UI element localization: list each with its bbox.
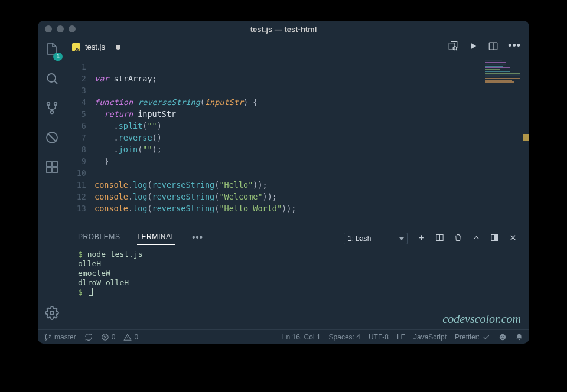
line-number: 12 bbox=[66, 191, 86, 202]
code-line[interactable]: } bbox=[94, 155, 529, 167]
line-number: 11 bbox=[66, 179, 86, 191]
terminal-line: emocleW bbox=[78, 269, 517, 278]
code-line[interactable]: .reverse() bbox=[94, 132, 529, 143]
line-number: 6 bbox=[66, 120, 86, 132]
language-mode[interactable]: JavaScript bbox=[413, 333, 447, 341]
tab-bar: test.js ••• bbox=[66, 37, 529, 57]
window-title: test.js — test-html bbox=[38, 25, 529, 34]
explorer-icon[interactable]: 1 bbox=[45, 42, 59, 58]
code-line[interactable] bbox=[94, 167, 529, 179]
terminal-line: $ bbox=[78, 288, 517, 297]
line-number: 1 bbox=[66, 61, 86, 73]
debug-icon[interactable] bbox=[45, 130, 59, 147]
code-line[interactable]: .join(""); bbox=[94, 143, 529, 155]
code-line[interactable]: .split("") bbox=[94, 120, 529, 132]
code-line[interactable]: console.log(reverseString("Welcome")); bbox=[94, 191, 529, 202]
terminal-line: dlroW olleH bbox=[78, 278, 517, 288]
settings-gear-icon[interactable] bbox=[45, 306, 59, 322]
sync-icon[interactable] bbox=[84, 333, 93, 341]
status-bar: master 0 0 Ln 16, Col 1 Spaces: 4 UTF-8 … bbox=[38, 329, 529, 344]
git-branch[interactable]: master bbox=[44, 333, 76, 341]
watermark: codevscolor.com bbox=[442, 312, 521, 326]
line-number: 9 bbox=[66, 155, 86, 167]
indent[interactable]: Spaces: 4 bbox=[329, 333, 360, 341]
panel-tabs: PROBLEMS TERMINAL ••• 1: bash bbox=[66, 228, 529, 249]
code-line[interactable]: console.log(reverseString("Hello World")… bbox=[94, 202, 529, 214]
svg-point-9 bbox=[50, 311, 54, 315]
bell-icon[interactable] bbox=[515, 333, 523, 341]
editor-actions: ••• bbox=[448, 37, 529, 57]
line-number: 10 bbox=[66, 167, 86, 179]
run-icon[interactable] bbox=[468, 41, 478, 54]
terminal-select[interactable]: 1: bash bbox=[344, 233, 408, 244]
kill-terminal-icon[interactable] bbox=[454, 233, 462, 244]
source-control-icon[interactable] bbox=[45, 101, 59, 117]
code-line[interactable]: console.log(reverseString("Hello")); bbox=[94, 179, 529, 191]
code-line[interactable] bbox=[94, 61, 529, 73]
line-number: 5 bbox=[66, 108, 86, 120]
code-line[interactable]: function reverseString(inputStr) { bbox=[94, 96, 529, 108]
terminal-line: olleH bbox=[78, 259, 517, 269]
svg-rect-15 bbox=[495, 235, 498, 241]
errors-count[interactable]: 0 bbox=[101, 333, 116, 341]
svg-point-18 bbox=[49, 334, 50, 335]
split-terminal-icon[interactable] bbox=[435, 233, 444, 244]
feedback-icon[interactable] bbox=[498, 333, 507, 341]
extensions-icon[interactable] bbox=[45, 160, 59, 177]
svg-point-17 bbox=[45, 338, 46, 339]
js-file-icon bbox=[72, 43, 80, 51]
svg-point-20 bbox=[500, 334, 506, 340]
scroll-marker[interactable] bbox=[523, 134, 529, 141]
code-line[interactable]: return inputStr bbox=[94, 108, 529, 120]
tab-test-js[interactable]: test.js bbox=[66, 37, 129, 57]
code-editor[interactable]: 12345678910111213 var strArray;function … bbox=[66, 57, 529, 228]
line-number: 13 bbox=[66, 202, 86, 214]
search-icon[interactable] bbox=[45, 71, 59, 88]
svg-point-2 bbox=[54, 103, 57, 106]
svg-rect-7 bbox=[53, 168, 57, 172]
split-editor-icon[interactable] bbox=[488, 41, 498, 54]
code-area[interactable]: var strArray;function reverseString(inpu… bbox=[94, 57, 529, 228]
svg-point-21 bbox=[501, 336, 502, 337]
terminal-selector[interactable]: 1: bash bbox=[344, 233, 408, 244]
prettier-status[interactable]: Prettier: bbox=[455, 333, 490, 341]
window-body: 1 test.js bbox=[38, 37, 529, 329]
line-gutter: 12345678910111213 bbox=[66, 57, 94, 228]
explorer-badge: 1 bbox=[53, 53, 63, 61]
line-number: 2 bbox=[66, 73, 86, 84]
warnings-count[interactable]: 0 bbox=[123, 333, 138, 341]
line-number: 4 bbox=[66, 96, 86, 108]
bottom-panel: PROBLEMS TERMINAL ••• 1: bash bbox=[66, 228, 529, 329]
svg-rect-8 bbox=[53, 162, 57, 166]
more-actions-icon[interactable]: ••• bbox=[508, 40, 521, 52]
tab-problems[interactable]: PROBLEMS bbox=[78, 233, 120, 244]
line-number: 7 bbox=[66, 132, 86, 143]
editor-group: test.js ••• 12345678910111213 var strArr… bbox=[66, 37, 529, 329]
svg-rect-6 bbox=[47, 168, 51, 172]
line-number: 8 bbox=[66, 143, 86, 155]
close-panel-icon[interactable] bbox=[509, 233, 517, 244]
svg-point-3 bbox=[51, 111, 54, 114]
activity-bar: 1 bbox=[38, 37, 66, 329]
encoding[interactable]: UTF-8 bbox=[369, 333, 389, 341]
line-number: 3 bbox=[66, 84, 86, 96]
new-terminal-icon[interactable] bbox=[417, 233, 426, 244]
titlebar: test.js — test-html bbox=[38, 21, 529, 37]
svg-rect-5 bbox=[47, 162, 51, 166]
tab-terminal[interactable]: TERMINAL bbox=[137, 233, 175, 245]
eol[interactable]: LF bbox=[397, 333, 405, 341]
svg-point-0 bbox=[47, 74, 56, 82]
code-line[interactable]: var strArray; bbox=[94, 73, 529, 84]
maximize-panel-icon[interactable] bbox=[490, 233, 499, 244]
dirty-indicator-icon bbox=[116, 45, 120, 50]
panel-more-icon[interactable]: ••• bbox=[192, 232, 203, 243]
terminal-line: $ node test.js bbox=[78, 250, 517, 259]
svg-point-22 bbox=[503, 336, 504, 337]
chevron-up-icon[interactable] bbox=[472, 233, 481, 244]
svg-point-16 bbox=[45, 334, 46, 335]
diff-icon[interactable] bbox=[448, 41, 458, 54]
code-line[interactable] bbox=[94, 84, 529, 96]
svg-point-1 bbox=[47, 103, 50, 106]
svg-rect-10 bbox=[449, 43, 455, 50]
cursor-position[interactable]: Ln 16, Col 1 bbox=[282, 333, 321, 341]
